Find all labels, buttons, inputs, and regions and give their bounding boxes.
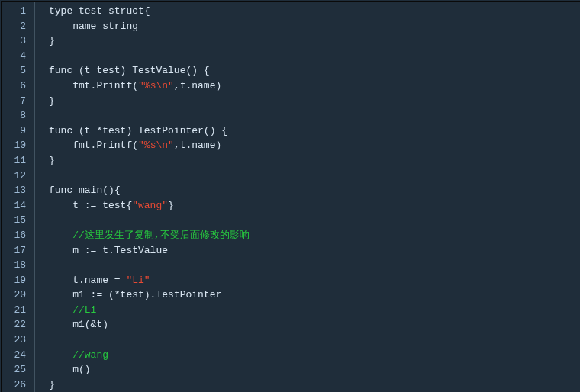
token-kw: fmt.Printf( — [49, 140, 138, 151]
line-number: 7 — [11, 94, 26, 109]
code-line — [49, 169, 580, 184]
line-number: 1 — [11, 4, 26, 19]
token-kw: func (t *test) TestPointer() { — [49, 125, 227, 137]
code-line: name string — [49, 19, 580, 34]
line-number: 25 — [11, 362, 26, 378]
code-line: m1(&t) — [49, 317, 580, 333]
line-number: 24 — [11, 348, 26, 363]
token-kw: m1(&t) — [49, 319, 108, 330]
code-line — [49, 213, 580, 228]
token-kw: name string — [49, 21, 138, 32]
code-line: //Li — [49, 303, 580, 318]
line-number: 20 — [11, 288, 26, 303]
token-kw: t.name = — [49, 275, 126, 286]
code-line: } — [49, 153, 580, 169]
token-str: "wang" — [132, 200, 168, 211]
line-number: 4 — [11, 49, 26, 64]
line-number: 2 — [11, 19, 26, 34]
code-editor: 1234567891011121314151617181920212223242… — [1, 1, 580, 392]
code-line: } — [49, 378, 580, 392]
code-line: //这里发生了复制,不受后面修改的影响 — [49, 228, 580, 243]
code-line: m1 := (*test).TestPointer — [49, 288, 580, 303]
code-line: m := t.TestValue — [49, 243, 580, 259]
token-kw: m() — [49, 364, 91, 375]
token-str: "Li" — [126, 275, 150, 286]
token-kw — [49, 349, 72, 361]
code-line: t.name = "Li" — [49, 273, 580, 288]
code-line — [49, 258, 580, 273]
line-number: 15 — [11, 213, 26, 228]
line-number: 22 — [11, 317, 26, 333]
token-kw: } — [168, 200, 174, 211]
token-kw: func (t test) TestValue() { — [49, 65, 210, 76]
token-kw: m := t.TestValue — [49, 245, 168, 256]
token-str: "%s\n" — [138, 80, 174, 92]
code-line: //wang — [49, 348, 580, 363]
token-kw: func main(){ — [49, 185, 121, 196]
token-kw: type test struct{ — [49, 5, 150, 17]
line-number: 18 — [11, 258, 26, 273]
token-kw — [49, 230, 72, 241]
line-number: 13 — [11, 183, 26, 198]
code-line: fmt.Printf("%s\n",t.name) — [49, 79, 580, 94]
line-number: 16 — [11, 228, 26, 243]
token-kw: } — [49, 379, 55, 390]
line-number-gutter: 1234567891011121314151617181920212223242… — [2, 2, 35, 392]
token-kw: m1 := (*test).TestPointer — [49, 289, 221, 300]
token-kw: t := test{ — [49, 200, 132, 211]
line-number: 5 — [11, 63, 26, 79]
line-number: 23 — [11, 333, 26, 348]
token-kw: } — [49, 155, 55, 166]
code-line — [49, 108, 580, 124]
code-line: m() — [49, 362, 580, 378]
token-kw — [49, 304, 72, 316]
code-line: } — [49, 94, 580, 109]
code-line: func (t test) TestValue() { — [49, 63, 580, 79]
token-cmt: //这里发生了复制,不受后面修改的影响 — [72, 230, 249, 241]
code-line: func (t *test) TestPointer() { — [49, 124, 580, 139]
code-line — [49, 49, 580, 64]
token-cmt: //Li — [72, 304, 96, 316]
line-number: 3 — [11, 34, 26, 49]
line-number: 21 — [11, 303, 26, 318]
code-line: fmt.Printf("%s\n",t.name) — [49, 138, 580, 153]
line-number: 11 — [11, 153, 26, 169]
token-cmt: //wang — [72, 349, 108, 361]
line-number: 14 — [11, 198, 26, 214]
code-line: type test struct{ — [49, 4, 580, 19]
code-line: t := test{"wang"} — [49, 198, 580, 214]
line-number: 26 — [11, 378, 26, 392]
code-line: } — [49, 34, 580, 49]
line-number: 8 — [11, 108, 26, 124]
line-number: 12 — [11, 169, 26, 184]
line-number: 17 — [11, 243, 26, 259]
line-number: 10 — [11, 138, 26, 153]
token-kw: fmt.Printf( — [49, 80, 138, 92]
token-kw: } — [49, 95, 55, 107]
line-number: 9 — [11, 124, 26, 139]
line-number: 19 — [11, 273, 26, 288]
token-kw: ,t.name) — [174, 140, 221, 151]
code-area[interactable]: type test struct{ name string} func (t t… — [35, 2, 580, 392]
code-line — [49, 333, 580, 348]
token-str: "%s\n" — [138, 140, 174, 151]
token-kw: ,t.name) — [174, 80, 221, 92]
line-number: 6 — [11, 79, 26, 94]
token-kw: } — [49, 35, 55, 47]
code-line: func main(){ — [49, 183, 580, 198]
